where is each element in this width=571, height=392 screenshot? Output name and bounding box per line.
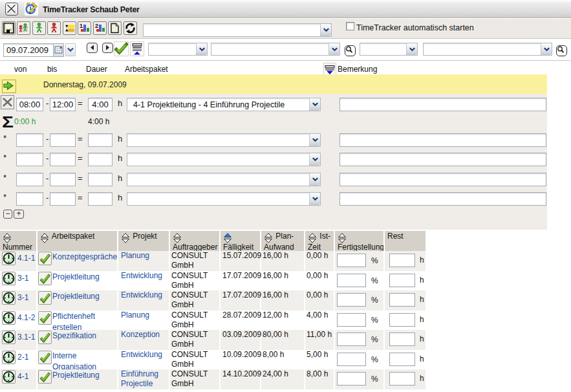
svg-text:1: 1	[80, 23, 83, 29]
svg-text:2: 2	[95, 23, 98, 29]
